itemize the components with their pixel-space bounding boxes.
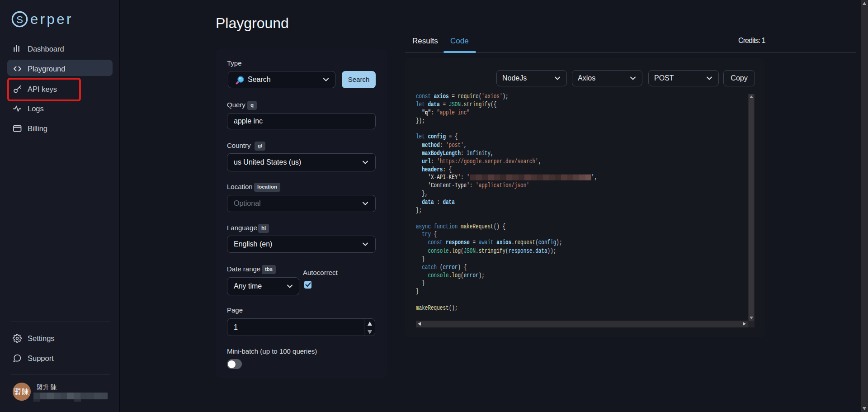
svg-text:S: S xyxy=(16,14,23,25)
